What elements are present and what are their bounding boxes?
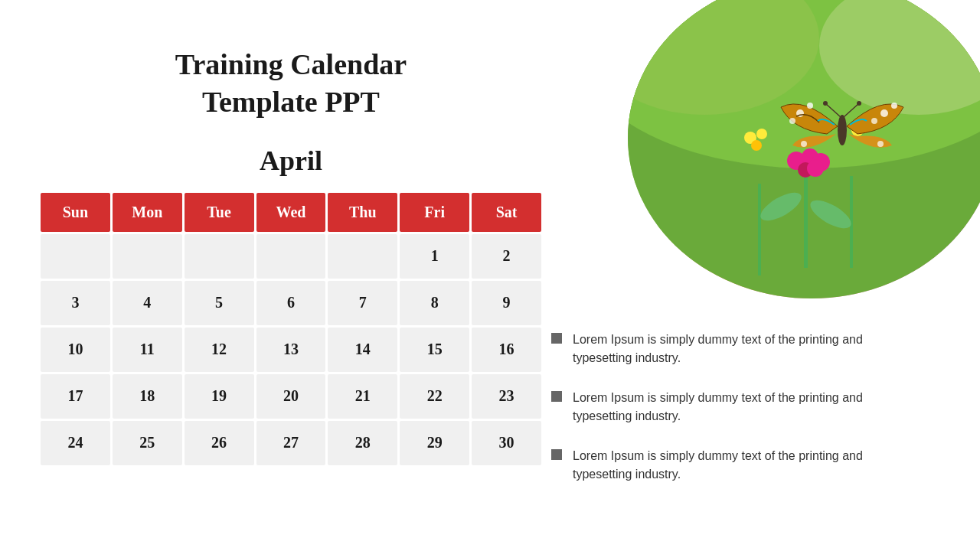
calendar-header-row: SunMonTueWedThuFriSat bbox=[41, 193, 541, 232]
svg-rect-5 bbox=[758, 184, 761, 276]
calendar-day-29: 29 bbox=[400, 421, 469, 465]
calendar-day-2: 2 bbox=[472, 234, 541, 279]
calendar-day-23: 23 bbox=[472, 374, 541, 419]
svg-point-24 bbox=[891, 103, 897, 109]
left-section: Training Calendar Template PPT April Sun… bbox=[31, 0, 551, 551]
calendar-day-27: 27 bbox=[256, 421, 326, 465]
bullet-item-1: Lorem Ipsum is simply dummy text of the … bbox=[551, 331, 919, 367]
calendar-day-28: 28 bbox=[328, 421, 397, 465]
calendar-day-1: 1 bbox=[400, 234, 469, 279]
calendar-empty-cell bbox=[185, 234, 254, 279]
calendar-empty-cell bbox=[41, 234, 110, 279]
svg-point-26 bbox=[801, 141, 807, 147]
calendar-day-15: 15 bbox=[400, 328, 469, 372]
calendar-empty-cell bbox=[113, 234, 182, 279]
calendar-day-25: 25 bbox=[113, 421, 182, 465]
calendar-day-24: 24 bbox=[41, 421, 110, 465]
svg-rect-4 bbox=[804, 168, 808, 268]
bullet-text-2: Lorem Ipsum is simply dummy text of the … bbox=[573, 389, 919, 425]
calendar-day-17: 17 bbox=[41, 374, 110, 419]
calendar-day-header-tue: Tue bbox=[185, 193, 254, 232]
calendar-day-7: 7 bbox=[328, 281, 397, 325]
calendar-day-13: 13 bbox=[256, 328, 326, 372]
month-title: April bbox=[31, 145, 551, 177]
calendar-day-9: 9 bbox=[472, 281, 541, 325]
calendar-day-header-sat: Sat bbox=[472, 193, 541, 232]
svg-point-19 bbox=[838, 115, 847, 145]
bullet-icon-3 bbox=[551, 449, 562, 460]
bullet-icon-1 bbox=[551, 333, 562, 344]
calendar-day-header-sun: Sun bbox=[41, 193, 110, 232]
calendar-day-14: 14 bbox=[328, 328, 397, 372]
bullet-text-1: Lorem Ipsum is simply dummy text of the … bbox=[573, 331, 919, 367]
calendar-day-3: 3 bbox=[41, 281, 110, 325]
calendar-day-header-thu: Thu bbox=[328, 193, 397, 232]
calendar-week-row: 12 bbox=[41, 234, 541, 279]
page-title: Training Calendar Template PPT bbox=[31, 46, 551, 122]
svg-point-29 bbox=[823, 101, 828, 106]
svg-point-16 bbox=[751, 140, 762, 151]
bullet-text-3: Lorem Ipsum is simply dummy text of the … bbox=[573, 447, 919, 484]
calendar-day-10: 10 bbox=[41, 328, 110, 372]
calendar-day-6: 6 bbox=[256, 281, 326, 325]
svg-point-15 bbox=[756, 129, 767, 139]
calendar-day-21: 21 bbox=[328, 374, 397, 419]
calendar-week-row: 17181920212223 bbox=[41, 374, 541, 419]
calendar-day-19: 19 bbox=[185, 374, 254, 419]
bullet-item-3: Lorem Ipsum is simply dummy text of the … bbox=[551, 447, 919, 484]
calendar-week-row: 3456789 bbox=[41, 281, 541, 325]
bullet-item-2: Lorem Ipsum is simply dummy text of the … bbox=[551, 389, 919, 425]
svg-point-31 bbox=[857, 101, 861, 106]
svg-point-21 bbox=[807, 103, 813, 109]
svg-point-23 bbox=[880, 109, 888, 117]
calendar-week-row: 24252627282930 bbox=[41, 421, 541, 465]
bullet-icon-2 bbox=[551, 391, 562, 402]
calendar-day-11: 11 bbox=[113, 328, 182, 372]
calendar-day-20: 20 bbox=[256, 374, 326, 419]
calendar-table: SunMonTueWedThuFriSat 123456789101112131… bbox=[38, 191, 544, 468]
calendar-day-12: 12 bbox=[185, 328, 254, 372]
calendar-day-4: 4 bbox=[113, 281, 182, 325]
calendar-day-header-wed: Wed bbox=[256, 193, 326, 232]
calendar-day-30: 30 bbox=[472, 421, 541, 465]
calendar-day-16: 16 bbox=[472, 328, 541, 372]
right-section: Lorem Ipsum is simply dummy text of the … bbox=[536, 0, 980, 551]
butterfly-scene-svg bbox=[628, 0, 980, 298]
butterfly-image bbox=[628, 0, 980, 298]
calendar-empty-cell bbox=[328, 234, 397, 279]
calendar-empty-cell bbox=[256, 234, 326, 279]
calendar-week-row: 10111213141516 bbox=[41, 328, 541, 372]
bullet-points-section: Lorem Ipsum is simply dummy text of the … bbox=[551, 331, 919, 505]
calendar-day-26: 26 bbox=[185, 421, 254, 465]
calendar-day-8: 8 bbox=[400, 281, 469, 325]
svg-point-25 bbox=[871, 118, 877, 124]
svg-point-22 bbox=[789, 118, 795, 124]
calendar-day-5: 5 bbox=[185, 281, 254, 325]
calendar-day-header-mon: Mon bbox=[113, 193, 182, 232]
svg-point-13 bbox=[807, 160, 824, 177]
calendar-day-header-fri: Fri bbox=[400, 193, 469, 232]
calendar-day-22: 22 bbox=[400, 374, 469, 419]
calendar-day-18: 18 bbox=[113, 374, 182, 419]
svg-point-27 bbox=[877, 141, 884, 147]
